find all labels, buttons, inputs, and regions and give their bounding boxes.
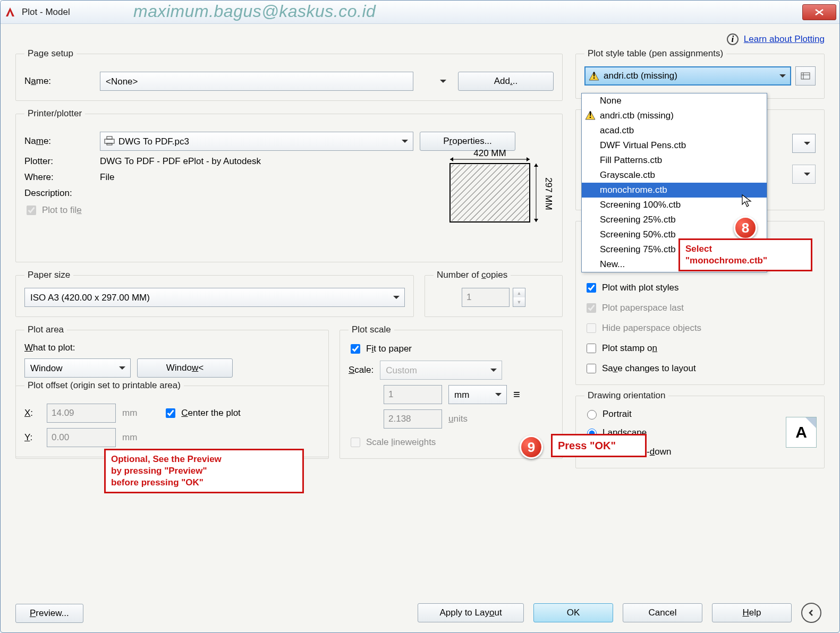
equals-icon: ≡ bbox=[513, 388, 520, 401]
close-button[interactable] bbox=[802, 4, 836, 20]
offset-x-input bbox=[47, 404, 116, 423]
printer-name-combo[interactable]: DWG To PDF.pc3 bbox=[100, 132, 413, 151]
svg-rect-2 bbox=[107, 143, 112, 145]
plot-stamp-label: Plot stamp on bbox=[602, 343, 657, 354]
copies-input bbox=[462, 288, 510, 307]
step-badge-9: 9 bbox=[520, 435, 543, 459]
portrait-radio[interactable] bbox=[587, 410, 597, 420]
app-icon bbox=[4, 6, 16, 19]
shade-combo-2 bbox=[792, 165, 816, 184]
ok-button[interactable]: OK bbox=[533, 603, 613, 622]
plot-offset-legend: Plot offset (origin set to printable are… bbox=[24, 380, 184, 391]
annotation-preview-tip: Optional, See the Preview by pressing "P… bbox=[104, 449, 304, 493]
plot-style-option-s100[interactable]: Screening 100%.ctb bbox=[582, 198, 767, 212]
titlebar: Plot - Model maximum.bagus@kaskus.co.id bbox=[1, 1, 839, 24]
offset-x-label: X: bbox=[24, 408, 40, 418]
offset-y-unit: mm bbox=[122, 432, 137, 443]
orientation-legend: Drawing orientation bbox=[584, 390, 668, 401]
cursor-icon bbox=[741, 194, 753, 208]
plot-style-option-andri[interactable]: ! andri.ctb (missing) bbox=[582, 108, 767, 123]
where-value: File bbox=[100, 172, 114, 183]
plot-style-option-monochrome[interactable]: monochrome.ctb bbox=[582, 183, 767, 198]
paper-preview: 420 MM 297 MM bbox=[439, 149, 554, 242]
apply-to-layout-button[interactable]: Apply to Layout bbox=[418, 603, 524, 622]
svg-rect-0 bbox=[105, 139, 114, 143]
scale-denominator-input bbox=[384, 409, 442, 429]
hide-paperspace-checkbox bbox=[587, 323, 596, 333]
plot-style-option-acad[interactable]: acad.ctb bbox=[582, 123, 767, 138]
offset-y-input bbox=[47, 428, 116, 447]
paper-size-legend: Paper size bbox=[24, 270, 73, 280]
scale-lineweights-checkbox bbox=[351, 438, 360, 447]
window-title: Plot - Model bbox=[22, 7, 70, 18]
preview-height-label: 297 MM bbox=[544, 177, 554, 210]
page-setup-add-button[interactable]: Add... bbox=[458, 72, 554, 91]
center-plot-checkbox[interactable] bbox=[166, 408, 175, 418]
orientation-icon: A bbox=[786, 417, 817, 448]
svg-text:!: ! bbox=[589, 110, 592, 120]
scale-unit-combo[interactable]: mm bbox=[448, 385, 507, 404]
offset-x-unit: mm bbox=[122, 408, 137, 418]
plot-paperspace-last-checkbox bbox=[587, 303, 596, 313]
learn-plotting-link[interactable]: Learn about Plotting bbox=[744, 34, 825, 45]
copies-up: ▲ bbox=[513, 288, 525, 297]
step-badge-8: 8 bbox=[734, 216, 757, 239]
scale-combo: Custom bbox=[380, 361, 502, 380]
page-setup-name-label: Name: bbox=[24, 76, 94, 87]
page-setup-name-combo[interactable]: <None> bbox=[100, 72, 413, 91]
plot-style-option-gray[interactable]: Grayscale.ctb bbox=[582, 168, 767, 183]
portrait-label: Portrait bbox=[603, 409, 632, 420]
fit-to-paper-label: Fit to paper bbox=[366, 344, 412, 354]
offset-y-label: Y: bbox=[24, 432, 40, 443]
annotation-step9: Press "OK" bbox=[551, 434, 647, 457]
units-label: units bbox=[448, 414, 468, 424]
warning-icon: ! bbox=[589, 71, 599, 81]
plot-with-styles-checkbox[interactable] bbox=[587, 283, 596, 293]
svg-rect-1 bbox=[107, 136, 112, 139]
svg-rect-6 bbox=[451, 165, 529, 221]
window-pick-button[interactable]: Window< bbox=[137, 358, 233, 378]
what-to-plot-combo[interactable]: Window bbox=[24, 358, 131, 378]
paper-size-group: Paper size ISO A3 (420.00 x 297.00 MM) bbox=[15, 270, 414, 317]
printer-plotter-group: Printer/plotter Name: DWG To PDF.pc3 Pro… bbox=[15, 108, 563, 262]
plot-style-option-dwf[interactable]: DWF Virtual Pens.ctb bbox=[582, 138, 767, 153]
fit-to-paper-checkbox[interactable] bbox=[351, 344, 360, 354]
paper-size-combo[interactable]: ISO A3 (420.00 x 297.00 MM) bbox=[24, 288, 405, 307]
plot-style-combo[interactable]: ! andri.ctb (missing) bbox=[584, 66, 791, 85]
where-label: Where: bbox=[24, 172, 94, 183]
preview-button[interactable]: Preview... bbox=[15, 604, 83, 623]
copies-down: ▼ bbox=[513, 297, 525, 306]
edit-plot-style-button[interactable] bbox=[795, 66, 816, 85]
plot-style-option-none[interactable]: None bbox=[582, 93, 767, 108]
plot-with-styles-label: Plot with plot styles bbox=[602, 283, 679, 293]
annotation-step8: Select "monochrome.ctb" bbox=[678, 238, 812, 271]
info-icon: i bbox=[727, 33, 739, 45]
plot-style-table-group: Plot style table (pen assignments) ! and… bbox=[575, 48, 825, 99]
plotter-label: Plotter: bbox=[24, 156, 94, 167]
watermark-text: maximum.bagus@kaskus.co.id bbox=[133, 2, 376, 21]
cancel-button[interactable]: Cancel bbox=[623, 603, 702, 622]
preview-width-label: 420 MM bbox=[473, 149, 506, 158]
what-to-plot-label: What to plot: bbox=[24, 343, 320, 353]
scale-numerator-input bbox=[384, 385, 442, 404]
save-changes-checkbox[interactable] bbox=[587, 364, 596, 373]
plot-style-legend: Plot style table (pen assignments) bbox=[584, 48, 726, 59]
copies-group: Number of copies ▲ ▼ bbox=[425, 270, 563, 317]
svg-rect-9 bbox=[801, 73, 810, 79]
help-button[interactable]: Help bbox=[712, 603, 792, 622]
printer-properties-button[interactable]: Properties... bbox=[420, 132, 515, 151]
printer-name-label: Name: bbox=[24, 136, 94, 147]
plot-stamp-checkbox[interactable] bbox=[587, 344, 596, 353]
page-setup-legend: Page setup bbox=[24, 48, 77, 59]
copies-legend: Number of copies bbox=[434, 270, 511, 280]
plot-to-file-checkbox bbox=[27, 206, 36, 215]
plot-area-legend: Plot area bbox=[24, 324, 67, 335]
plot-style-option-fill[interactable]: Fill Patterns.ctb bbox=[582, 153, 767, 168]
hide-paperspace-label: Hide paperspace objects bbox=[602, 323, 701, 333]
collapse-arrow-button[interactable] bbox=[801, 603, 821, 623]
shade-combo-1[interactable] bbox=[792, 134, 816, 153]
plotter-icon bbox=[104, 136, 115, 146]
printer-legend: Printer/plotter bbox=[24, 108, 85, 119]
scale-lineweights-label: Scale lineweights bbox=[366, 437, 436, 448]
plot-style-selected: andri.ctb (missing) bbox=[604, 71, 677, 81]
